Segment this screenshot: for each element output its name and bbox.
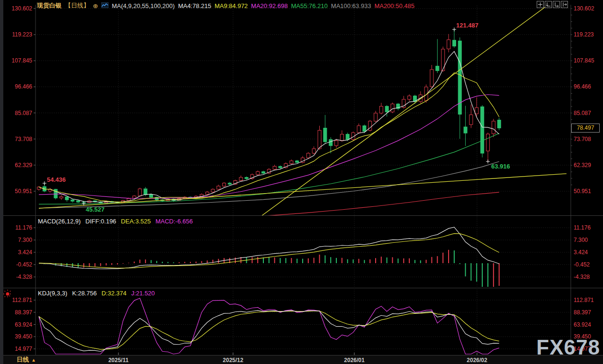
chart-type-icon[interactable] — [101, 2, 108, 9]
live-dot-icon — [2, 289, 13, 301]
add-indicator-icon[interactable]: ⊕ — [93, 2, 98, 9]
candle-body — [144, 189, 147, 195]
candle-body — [312, 149, 315, 153]
left-sidebar-strip — [0, 0, 3, 364]
kdj-panel — [39, 298, 499, 354]
candle-body — [379, 106, 383, 113]
ma-settings-label[interactable]: MA(4,9,20,55,100,200) — [112, 2, 175, 9]
y-axis-label: -0.452 — [16, 261, 32, 268]
candle-body — [374, 113, 378, 121]
y-axis-label: 14.977 — [15, 346, 32, 352]
y-axis-label: 130.602 — [12, 5, 33, 12]
candle-body — [464, 127, 467, 133]
indicator-line — [39, 311, 499, 351]
x-axis-date-label: 2026/01 — [344, 357, 365, 364]
y-axis-label: 88.397 — [15, 309, 32, 316]
candle-body — [447, 40, 450, 49]
candle-body — [340, 134, 343, 141]
chart-toolbar — [537, 1, 568, 8]
y-axis-label: 73.708 — [574, 136, 591, 142]
candle-body — [245, 178, 248, 179]
candle-body — [363, 126, 366, 132]
ma20-value: MA20:92.698 — [251, 2, 288, 9]
price-annotation: 63.916 — [491, 163, 510, 170]
y-axis-label: 7.300 — [574, 237, 588, 243]
y-axis-label: 62.329 — [574, 162, 591, 169]
macd-bar-value: MACD:-6.656 — [155, 218, 193, 225]
trend-line — [258, 4, 549, 219]
candle-body — [262, 172, 265, 173]
indicator-line — [39, 298, 499, 354]
y-axis-label: 11.176 — [574, 224, 591, 231]
candle-body — [318, 130, 321, 149]
candle-body — [391, 104, 394, 112]
kdj-j-value: J:21.520 — [131, 290, 155, 297]
y-axis-label: 3.424 — [574, 249, 588, 256]
symbol-name: 现货白银 — [37, 1, 62, 10]
price-annotation: 45.527 — [86, 206, 105, 213]
candle-body — [492, 121, 495, 134]
macd-dea-value: DEA:3.525 — [121, 218, 151, 225]
kdj-d-value: D:32.374 — [101, 290, 126, 297]
period-selector[interactable]: 日线 ▲ — [17, 355, 36, 364]
indicator-line — [39, 311, 499, 349]
y-axis-label: 119.223 — [12, 31, 33, 38]
ma55-value: MA55:76.210 — [291, 2, 327, 9]
period-tag: 【日线】 — [65, 1, 90, 10]
candle-body — [436, 66, 439, 71]
candle-body — [138, 189, 142, 196]
candle-body — [217, 186, 220, 189]
candle-body — [279, 166, 282, 168]
candle-body — [228, 183, 231, 184]
price-annotation: 54.436 — [47, 176, 66, 183]
macd-panel — [39, 227, 499, 287]
candle-body — [469, 115, 473, 124]
right-axis-tool-icon[interactable] — [553, 1, 560, 8]
period-label: 日线 — [17, 355, 29, 364]
y-axis-label: 96.466 — [15, 83, 32, 90]
watermark: FX678 — [536, 336, 600, 359]
date-bar — [0, 355, 603, 364]
ma9-value: MA9:84.972 — [215, 2, 248, 9]
ma200-value: MA200:50.485 — [374, 2, 414, 9]
left-axis-tool-icon[interactable] — [545, 1, 552, 8]
candle-body — [324, 128, 327, 142]
y-axis-label: 130.602 — [574, 5, 594, 12]
trend-line — [39, 174, 567, 208]
main-panel: 54.43645.527121.48763.916 — [37, 4, 567, 219]
y-axis-label: 39.450 — [15, 333, 32, 340]
crosshair-tool-icon[interactable] — [537, 1, 544, 8]
y-axis-label: 7.300 — [18, 237, 32, 243]
candle-body — [71, 200, 74, 201]
grid-layer: 130.602130.602119.223119.223107.845107.8… — [0, 5, 603, 364]
y-axis-label: 85.087 — [574, 110, 591, 116]
kdj-legend: KDJ(9,3,3) K:28.756 D:32.374 J:21.520 — [38, 290, 155, 297]
y-axis-label: 50.951 — [574, 188, 591, 195]
shift-right-tool-icon[interactable] — [561, 1, 568, 8]
y-axis-label: 96.466 — [574, 83, 591, 90]
y-axis-label: 112.871 — [574, 297, 594, 303]
candle-body — [296, 161, 299, 162]
y-axis-label: -4.328 — [16, 274, 32, 280]
y-axis-label: 63.924 — [574, 321, 591, 328]
y-axis-label: 88.397 — [574, 309, 591, 316]
candle-body — [481, 107, 484, 153]
chart-canvas[interactable]: 130.602130.602119.223119.223107.845107.8… — [0, 0, 603, 364]
macd-settings-label[interactable]: MACD(26,12,9) — [38, 218, 81, 225]
x-axis-date-label: 2025/11 — [108, 357, 129, 364]
candle-body — [211, 189, 215, 192]
y-axis-label: 62.329 — [15, 162, 32, 169]
y-axis-label: -0.452 — [574, 261, 590, 268]
kdj-settings-label[interactable]: KDJ(9,3,3) — [38, 290, 67, 297]
candle-body — [256, 172, 260, 175]
macd-diff-value: DIFF:0.196 — [85, 218, 116, 225]
candle-body — [239, 178, 243, 181]
y-axis-label: 50.951 — [15, 188, 32, 195]
candle-body — [452, 40, 456, 46]
candle-body — [273, 166, 276, 169]
candle-body — [290, 161, 293, 164]
chart-window: 130.602130.602119.223119.223107.845107.8… — [0, 0, 603, 364]
y-axis-label: 107.845 — [12, 57, 33, 64]
candle-body — [150, 195, 153, 197]
x-axis-date-label: 2025/12 — [223, 357, 243, 364]
